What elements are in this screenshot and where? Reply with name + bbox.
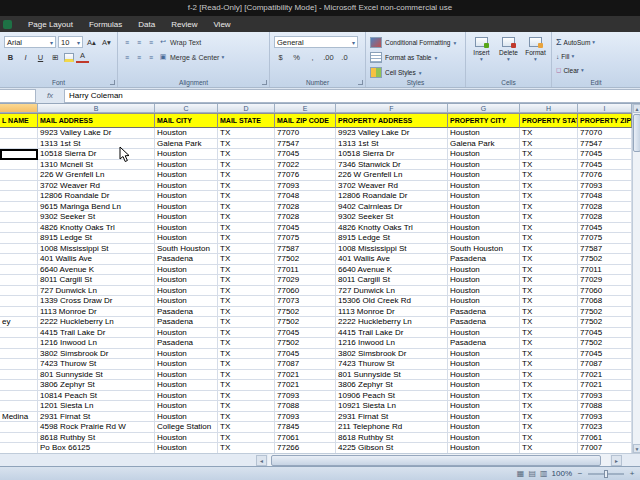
cell-r17c9[interactable]: 77068 <box>578 296 632 307</box>
column-header-G[interactable]: G <box>448 104 520 112</box>
cell-r21c1[interactable] <box>0 338 38 349</box>
number-format-button-2[interactable]: , <box>306 51 319 63</box>
cell-r25c4[interactable]: TX <box>218 380 275 391</box>
cell-r21c9[interactable]: 77502 <box>578 338 632 349</box>
cell-r13c7[interactable]: Pasadena <box>448 254 520 265</box>
cell-r21c7[interactable]: Pasadena <box>448 338 520 349</box>
cell-r2c6[interactable]: 1313 1st St <box>336 139 448 150</box>
cell-r6c6[interactable]: 3702 Weaver Rd <box>336 181 448 192</box>
cell-r8c3[interactable]: Houston <box>155 202 218 213</box>
cell-r25c6[interactable]: 3806 Zephyr St <box>336 380 448 391</box>
cell-r1c9[interactable]: 77070 <box>578 128 632 139</box>
cell-r8c1[interactable] <box>0 202 38 213</box>
cell-r31c2[interactable]: Po Box 66125 <box>38 443 155 453</box>
cell-r4c2[interactable]: 1310 Mcneil St <box>38 160 155 171</box>
cell-r3c8[interactable]: TX <box>520 149 578 160</box>
cell-r16c7[interactable]: Houston <box>448 286 520 297</box>
cell-r16c8[interactable]: TX <box>520 286 578 297</box>
insert-button[interactable]: Insert ▾ <box>470 35 493 62</box>
number-format-button-3[interactable]: .00 <box>322 51 335 63</box>
cell-r20c9[interactable]: 77045 <box>578 328 632 339</box>
zoom-slider[interactable] <box>588 473 624 475</box>
cell-r2c2[interactable]: 1313 1st St <box>38 139 155 150</box>
underline-button[interactable]: U <box>34 51 47 63</box>
cell-r15c8[interactable]: TX <box>520 275 578 286</box>
number-format-button-1[interactable]: % <box>290 51 303 63</box>
format-button[interactable]: Format ▾ <box>524 35 547 62</box>
cell-r31c7[interactable]: Houston <box>448 443 520 453</box>
align-center-button[interactable]: ≡ <box>134 54 144 61</box>
cell-r24c3[interactable]: Houston <box>155 370 218 381</box>
cell-r6c8[interactable]: TX <box>520 181 578 192</box>
cell-r4c8[interactable]: TX <box>520 160 578 171</box>
cell-r6c2[interactable]: 3702 Weaver Rd <box>38 181 155 192</box>
alignment-dialog-launcher-icon[interactable] <box>262 80 267 85</box>
cell-r29c7[interactable]: Houston <box>448 422 520 433</box>
cell-r8c7[interactable]: Houston <box>448 202 520 213</box>
cell-r23c7[interactable]: Houston <box>448 359 520 370</box>
cell-r19c2[interactable]: 2222 Huckleberry Ln <box>38 317 155 328</box>
cell-r1c4[interactable]: TX <box>218 128 275 139</box>
cell-r18c9[interactable]: 77502 <box>578 307 632 318</box>
cell-r12c9[interactable]: 77587 <box>578 244 632 255</box>
cell-r5c8[interactable]: TX <box>520 170 578 181</box>
scroll-down-icon[interactable]: ▼ <box>633 444 640 453</box>
cell-r18c4[interactable]: TX <box>218 307 275 318</box>
cell-r8c5[interactable]: 77028 <box>275 202 336 213</box>
cell-r6c4[interactable]: TX <box>218 181 275 192</box>
cell-r9c5[interactable]: 77028 <box>275 212 336 223</box>
cell-r31c9[interactable]: 77007 <box>578 443 632 453</box>
horizontal-scroll-thumb[interactable] <box>271 455 601 466</box>
cell-r23c9[interactable]: 77087 <box>578 359 632 370</box>
cell-r21c3[interactable]: Pasadena <box>155 338 218 349</box>
align-bottom-button[interactable]: ≡ <box>146 39 156 46</box>
ribbon-tab-3[interactable]: Review <box>163 18 205 31</box>
cell-r6c5[interactable]: 77093 <box>275 181 336 192</box>
cell-r24c9[interactable]: 77021 <box>578 370 632 381</box>
cell-r27c6[interactable]: 10921 Siesta Ln <box>336 401 448 412</box>
cell-r13c3[interactable]: Pasadena <box>155 254 218 265</box>
cell-r1c2[interactable]: 9923 Valley Lake Dr <box>38 128 155 139</box>
cell-r4c1[interactable] <box>0 160 38 171</box>
scroll-left-icon[interactable]: ◄ <box>256 455 267 466</box>
cell-r4c6[interactable]: 7346 Stanwick Dr <box>336 160 448 171</box>
cell-r30c2[interactable]: 8618 Ruthby St <box>38 433 155 444</box>
cell-r10c3[interactable]: Houston <box>155 223 218 234</box>
cell-r11c5[interactable]: 77075 <box>275 233 336 244</box>
cell-r26c2[interactable]: 10814 Peach St <box>38 391 155 402</box>
cell-r1c1[interactable] <box>0 128 38 139</box>
cell-r29c3[interactable]: College Station <box>155 422 218 433</box>
cell-r16c6[interactable]: 727 Dunwick Ln <box>336 286 448 297</box>
cell-r22c3[interactable]: Houston <box>155 349 218 360</box>
cell-r31c3[interactable]: Houston <box>155 443 218 453</box>
cell-r9c4[interactable]: TX <box>218 212 275 223</box>
field-header-cell[interactable]: PROPERTY STATE <box>520 113 578 128</box>
cell-r15c3[interactable]: Houston <box>155 275 218 286</box>
zoom-slider-thumb[interactable] <box>604 470 608 478</box>
cell-r26c4[interactable]: TX <box>218 391 275 402</box>
cell-r29c2[interactable]: 4598 Rock Prairie Rd W <box>38 422 155 433</box>
cell-r15c9[interactable]: 77029 <box>578 275 632 286</box>
cell-r3c6[interactable]: 10518 Sierra Dr <box>336 149 448 160</box>
cell-r23c5[interactable]: 77087 <box>275 359 336 370</box>
field-header-cell[interactable]: PROPERTY ADDRESS <box>336 113 448 128</box>
cell-r16c2[interactable]: 727 Dunwick Ln <box>38 286 155 297</box>
cell-r9c7[interactable]: Houston <box>448 212 520 223</box>
cell-r10c8[interactable]: TX <box>520 223 578 234</box>
cell-r26c7[interactable]: Houston <box>448 391 520 402</box>
cell-r21c8[interactable]: TX <box>520 338 578 349</box>
cell-r26c6[interactable]: 10906 Peach St <box>336 391 448 402</box>
cell-r24c7[interactable]: Houston <box>448 370 520 381</box>
cell-r22c6[interactable]: 3802 Simsbrook Dr <box>336 349 448 360</box>
cell-r23c2[interactable]: 7423 Thurow St <box>38 359 155 370</box>
cell-r22c1[interactable] <box>0 349 38 360</box>
cell-r21c2[interactable]: 1216 Inwood Ln <box>38 338 155 349</box>
align-top-button[interactable]: ≡ <box>122 39 132 46</box>
cell-r5c7[interactable]: Houston <box>448 170 520 181</box>
cell-r12c2[interactable]: 1008 Mississippi St <box>38 244 155 255</box>
cell-r13c2[interactable]: 401 Wallis Ave <box>38 254 155 265</box>
cell-r25c3[interactable]: Houston <box>155 380 218 391</box>
cell-r26c9[interactable]: 77093 <box>578 391 632 402</box>
cell-r20c5[interactable]: 77045 <box>275 328 336 339</box>
ribbon-tab-1[interactable]: Formulas <box>81 18 130 31</box>
